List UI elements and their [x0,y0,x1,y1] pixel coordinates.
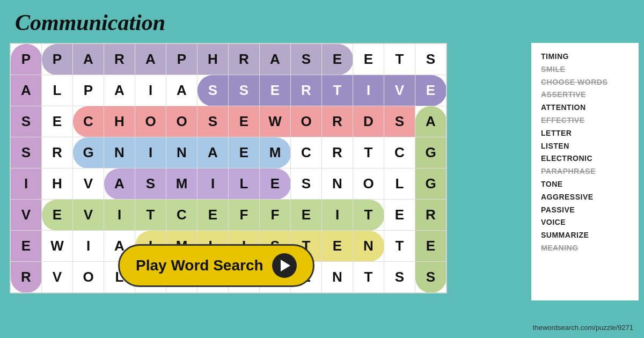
grid-cell: R [104,44,135,75]
grid-cell: L [384,168,415,200]
grid-cell: I [322,200,353,231]
grid-cell: G [415,168,447,200]
word-list-item: ELECTRONIC [541,152,629,165]
play-word-search-button[interactable]: Play Word Search [118,244,314,287]
grid-cell: V [11,200,42,231]
word-list-item: AGGRESSIVE [541,191,629,204]
grid-cell: I [135,75,166,106]
grid-cell: A [104,75,135,106]
grid-cell: P [11,44,42,75]
grid-cell: S [415,262,447,293]
grid-cell: E [322,44,353,75]
grid-cell: W [260,106,291,137]
grid-cell: L [229,168,260,200]
word-list-item: PASSIVE [541,204,629,217]
grid-cell: A [104,168,135,200]
grid-cell: E [291,200,322,231]
grid-cell: S [415,44,447,75]
grid-cell: R [322,137,353,168]
grid-cell: M [166,168,197,200]
grid-cell: E [415,231,447,262]
grid-cell: H [197,44,229,75]
grid-cell: A [260,44,291,75]
grid-cell: S [291,44,322,75]
grid-cell: E [197,200,229,231]
word-list-item: LISTEN [541,140,629,153]
grid-cell: S [11,106,42,137]
grid-cell: E [415,75,447,106]
grid-cell: M [260,137,291,168]
grid-cell: A [73,44,104,75]
grid-cell: A [197,137,229,168]
grid-cell: W [42,231,73,262]
grid-cell: R [11,262,42,293]
grid-cell: T [353,137,384,168]
word-list-item: MEANING [541,242,629,255]
word-list-item: TIMING [541,50,629,63]
grid-cell: R [415,200,447,231]
grid-cell: V [384,75,415,106]
word-list: TIMINGSMILECHOOSE WORDSASSERTIVEATTENTIO… [541,50,629,255]
grid-cell: N [166,137,197,168]
grid-cell: T [384,44,415,75]
grid-cell: O [291,106,322,137]
grid-cell: T [135,200,166,231]
grid-cell: F [260,200,291,231]
grid-cell: A [11,75,42,106]
grid-cell: N [322,168,353,200]
grid-cell: I [104,200,135,231]
grid-cell: E [260,168,291,200]
grid-cell: E [229,106,260,137]
grid-cell: S [229,75,260,106]
grid-cell: R [229,44,260,75]
grid-cell: I [11,168,42,200]
word-list-item: SUMMARIZE [541,229,629,242]
page-title: Communication [15,10,165,35]
grid-cell: I [135,137,166,168]
grid-cell: E [229,137,260,168]
grid-cell: V [73,200,104,231]
grid-cell: O [73,262,104,293]
grid-cell: S [11,137,42,168]
grid-cell: E [42,106,73,137]
grid-cell: D [353,106,384,137]
grid-cell: P [73,75,104,106]
word-list-item: PARAPHRASE [541,165,629,178]
grid-cell: C [73,106,104,137]
grid-cell: C [291,137,322,168]
grid-cell: C [166,200,197,231]
grid-cell: T [322,75,353,106]
grid-cell: F [229,200,260,231]
grid-cell: T [353,262,384,293]
word-list-item: EFFECTIVE [541,114,629,127]
word-list-item: ASSERTIVE [541,89,629,101]
play-button-container[interactable]: Play Word Search [118,244,314,287]
grid-cell: I [197,168,229,200]
word-list-item: SMILE [541,63,629,76]
grid-cell: O [135,106,166,137]
grid-cell: S [291,168,322,200]
grid-cell: E [322,231,353,262]
grid-cell: T [384,231,415,262]
grid-cell: A [415,106,447,137]
grid-cell: P [42,44,73,75]
play-button-label: Play Word Search [136,257,264,274]
footer-url: thewordsearch.com/puzzle/9271 [533,324,633,332]
grid-cell: E [42,200,73,231]
grid-cell: S [384,106,415,137]
grid-cell: O [166,106,197,137]
grid-cell: E [384,200,415,231]
grid-cell: C [384,137,415,168]
word-list-item: TONE [541,178,629,191]
grid-cell: H [104,106,135,137]
grid-cell: P [166,44,197,75]
word-list-item: LETTER [541,127,629,140]
word-list-panel: TIMINGSMILECHOOSE WORDSASSERTIVEATTENTIO… [531,43,639,300]
grid-cell: V [42,262,73,293]
grid-cell: G [415,137,447,168]
grid-cell: S [197,75,229,106]
grid-cell: H [42,168,73,200]
grid-cell: E [11,231,42,262]
grid-cell: S [384,262,415,293]
grid-cell: A [166,75,197,106]
